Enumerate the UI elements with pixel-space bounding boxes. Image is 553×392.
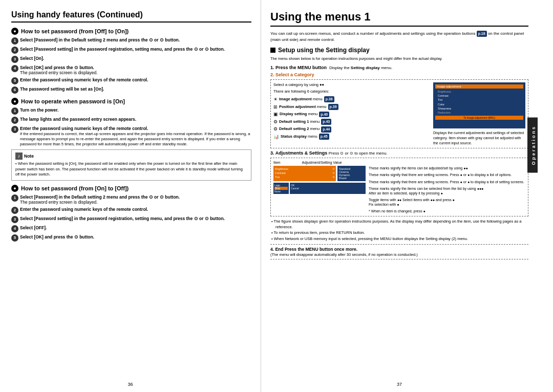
end-section: 4. End Press the MENU button once more. …	[270, 244, 528, 259]
section2-bullet: ●	[11, 98, 18, 105]
intro-text: You can call up on-screen menus, and con…	[270, 31, 528, 42]
step3-row: 3. Adjustments & Settings Press ⊙ or ⊙ t…	[270, 150, 528, 156]
cat-icon-1: ☀	[273, 96, 278, 103]
cat-item-4: ⚙ Default setting 1 menu p.43	[273, 119, 431, 125]
step4-sub: (The menu will disappear automatically a…	[270, 252, 418, 257]
step-num-3b: 3	[11, 126, 18, 133]
screen-footer: To Image adjustment (MHL)	[435, 116, 523, 120]
adjustments-section: Item Adjustment/Setting Value Brightness…	[270, 158, 528, 216]
bottom-notes: • The figure shows displays given for op…	[270, 219, 528, 242]
adj-notes-col: These marks signify the items can be adj…	[369, 166, 525, 213]
step-row: 1 Select [Password] in the Default setti…	[11, 194, 251, 205]
setup-subtitle: The menu shown below is for operation in…	[270, 56, 528, 61]
bottom-note-3: • When Network or USB memory input is se…	[270, 236, 528, 242]
step1-row: 1. Press the MENU button Display the Set…	[270, 65, 528, 70]
note-box: i Note • When the password setting is [O…	[11, 149, 251, 181]
page-ref-p38: p.38	[324, 96, 334, 102]
step1-desc: Display the Setting display menu.	[329, 66, 392, 70]
cat-item-1: ☀ Image adjustment menu p.38	[273, 96, 431, 103]
note-icon: i	[15, 153, 23, 160]
page-ref-p40: p.40	[319, 112, 329, 118]
adj-bottom: Logo Blue None OK Cancel	[273, 183, 366, 194]
screen-header: Image adjustment	[435, 84, 523, 89]
cat-item-5: ⚙ Default setting 2 menu p.44	[273, 126, 431, 133]
step-num-6: 6	[11, 86, 18, 94]
screen-item: Sharpness	[438, 106, 523, 111]
bottom-note-2: • To return to previous item, press the …	[270, 230, 528, 236]
category-box: Select a category by using ●● There are …	[270, 79, 528, 148]
step-row: 3 Select [On].	[11, 56, 251, 63]
page-ref-p43: p.43	[321, 119, 331, 125]
page-ref-intro: p.18	[477, 31, 487, 37]
note-content: • When the password setting is [On], the…	[15, 161, 247, 178]
section1-title: ● How to set password (from [Off] to [On…	[11, 28, 251, 35]
step-row: 4 Select [OK] and press the ⊙ button.The…	[11, 65, 251, 75]
step-num-5: 5	[11, 77, 18, 84]
section3-title: ● How to set password (from [On] to [Off…	[11, 185, 251, 192]
cat-icon-6: 📊	[273, 134, 279, 140]
left-page: Using handy features (Continued) ● How t…	[0, 0, 261, 392]
operations-tab: Operations	[527, 118, 538, 173]
step-num-4c: 4	[11, 225, 18, 232]
section1-bullet: ●	[11, 28, 18, 35]
step-row: 3 Select [Password setting] in the passw…	[11, 216, 251, 223]
cat-icon-5: ⚙	[273, 126, 278, 133]
adj-top-screens: Brightness0 Contrast0 Tint0 Standard Cin…	[273, 166, 366, 181]
cat-desc1: Select a category by using ●●	[273, 82, 431, 88]
step3-label: 3. Adjustments & Settings	[270, 150, 327, 156]
adj-screen-small: Logo Blue None	[273, 183, 289, 194]
page-ref-p44: p.44	[321, 126, 331, 133]
adj-labels: Item Adjustment/Setting Value	[273, 161, 525, 164]
adj-screen-right: Standard Cinema Dynamic Board	[337, 166, 366, 181]
category-left: Select a category by using ●● There are …	[273, 82, 431, 145]
step2-label: 2. Select a Category	[270, 72, 528, 77]
adj-note-5: Toggle items with ●● Select items with ●…	[369, 198, 525, 207]
screen-items: Brightness Contrast Tint Color Sharpness…	[438, 90, 523, 115]
adj-note-1: These marks signify the items can be adj…	[369, 166, 525, 170]
menu-screen-mockup: Image adjustment Brightness Contrast Tin…	[433, 82, 525, 128]
category-right: Image adjustment Brightness Contrast Tin…	[433, 82, 525, 145]
page-num-left: 36	[127, 382, 133, 387]
step4-label: 4. End	[270, 247, 284, 252]
step-row: 2 Select [Password setting] in the passw…	[11, 47, 251, 54]
right-page: Using the menus 1 You can call up on-scr…	[261, 0, 538, 392]
black-square-icon	[270, 48, 275, 53]
page-num-right: 37	[397, 382, 402, 387]
step-row: 2 The lamp lights and the password entry…	[11, 117, 251, 124]
step-num-2b: 2	[11, 117, 18, 124]
step-num-4: 4	[11, 65, 18, 72]
step-num-3: 3	[11, 56, 18, 63]
screen-item: Brightness	[438, 90, 523, 94]
screen-item: Color	[438, 102, 523, 106]
section3-bullet: ●	[11, 185, 18, 192]
adj-screen-header: Brightness0	[275, 167, 334, 170]
right-title: Using the menus 1	[270, 10, 528, 27]
adj-screen-row: Tint0	[275, 176, 334, 179]
cat-item-2: ⊞ Position adjustment menu p.39	[273, 104, 431, 111]
setup-section: Setup using the Setting display The menu…	[270, 47, 528, 61]
page-ref-p39: p.39	[328, 104, 338, 110]
step-row: 1 Select [Password] in the Default setti…	[11, 37, 251, 45]
left-title: Using handy features (Continued)	[11, 10, 251, 23]
cat-icon-2: ⊞	[273, 104, 278, 111]
cat-desc2: There are following 6 categories:	[273, 89, 431, 95]
step-num-1b: 1	[11, 107, 18, 115]
adj-note-4: These marks signify the items can be sel…	[369, 186, 525, 195]
step-row: 4 Select [OFF].	[11, 225, 251, 232]
step-num-1c: 1	[11, 194, 18, 202]
adj-screen-confirm: OK Cancel	[290, 183, 366, 194]
step3-desc: Press ⊙ or ⊙ to open the menu.	[329, 151, 388, 156]
adj-screen-row: Contrast0	[275, 171, 334, 175]
step-num-1: 1	[11, 37, 18, 45]
step-row: 1 Turn on the power.	[11, 107, 251, 115]
cat-item-6: 📊 Status display menu p.45	[273, 134, 431, 140]
step-num-2: 2	[11, 47, 18, 54]
cat-icon-4: ⚙	[273, 119, 278, 125]
step-row: 5 Select [OK] and press the ⊙ button.	[11, 234, 251, 242]
page-ref-p45: p.45	[319, 134, 329, 140]
adj-note-3: These marks signify that there are setti…	[369, 180, 525, 184]
section2-title: ● How to operate when password is [On]	[11, 98, 251, 105]
step-num-3c: 3	[11, 216, 18, 223]
step-num-5c: 5	[11, 234, 18, 242]
step-row: 3 Enter the password using numeric keys …	[11, 126, 251, 146]
